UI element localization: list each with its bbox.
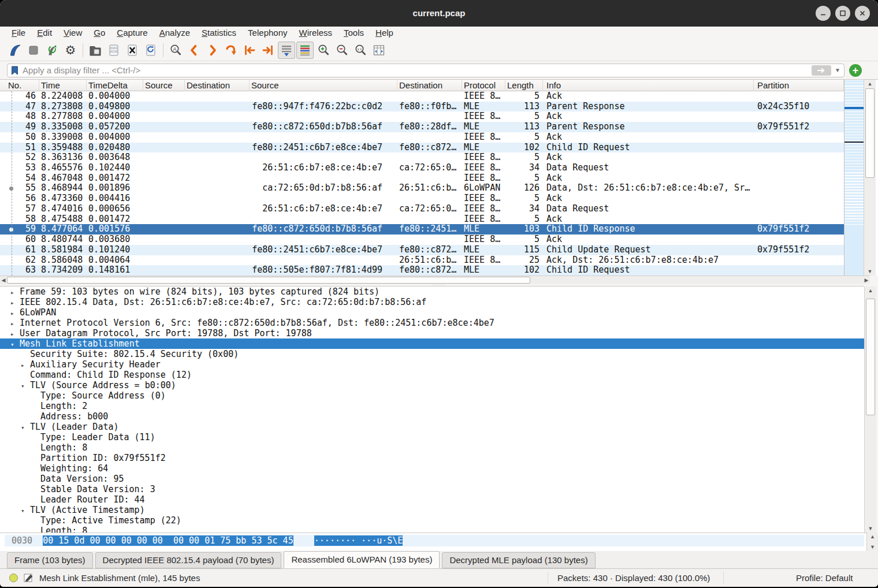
menu-telephony[interactable]: Telephony <box>242 27 293 39</box>
detail-line[interactable]: Length: 8 <box>0 526 864 533</box>
scroll-up-icon[interactable]: ▲ <box>864 80 876 88</box>
hex-row[interactable]: 0030 00 15 0d 00 00 00 00 00 00 00 01 75… <box>5 535 864 546</box>
column-header-info-9[interactable]: Info <box>543 80 754 91</box>
detail-line[interactable]: ▾Mesh Link Establishment <box>0 338 864 349</box>
packet-row-48[interactable]: 488.2778080.004000IEEE 8…5Ack <box>0 111 844 122</box>
packet-row-60[interactable]: 608.4807440.003680IEEE 8…5Ack <box>0 235 844 245</box>
column-header-source-5[interactable]: Source <box>250 80 397 91</box>
menu-tools[interactable]: Tools <box>338 27 370 39</box>
auto-scroll-icon[interactable] <box>278 42 295 59</box>
bookmark-icon[interactable] <box>11 66 18 75</box>
resize-columns-icon[interactable] <box>370 42 388 59</box>
scroll-down-icon[interactable]: ▼ <box>865 524 876 533</box>
scroll-right-icon[interactable]: ▶ <box>863 276 870 284</box>
details-vscrollbar[interactable]: ▲ ▼ <box>864 286 876 533</box>
packet-row-57[interactable]: 578.4740160.00065626:51:c6:b7:e8:ce:4b:e… <box>0 204 844 214</box>
menu-wireless[interactable]: Wireless <box>293 27 338 39</box>
packet-row-52[interactable]: 528.3631360.003648IEEE 8…5Ack <box>0 152 844 163</box>
detail-line[interactable]: Length: 2 <box>0 401 864 411</box>
go-last-icon[interactable] <box>259 42 277 59</box>
save-file-icon[interactable]: 01010110 <box>105 42 122 59</box>
start-capture-icon[interactable] <box>6 42 24 59</box>
maximize-icon[interactable] <box>835 6 850 21</box>
colorize-icon[interactable] <box>296 42 314 59</box>
scroll-left-icon[interactable]: ◀ <box>0 276 7 284</box>
expanded-arrow-icon[interactable]: ▾ <box>10 340 20 350</box>
column-header-no-0[interactable]: No. <box>0 80 39 91</box>
column-header-length-8[interactable]: Length <box>505 80 543 91</box>
detail-line[interactable]: Length: 8 <box>0 442 864 453</box>
menu-statistics[interactable]: Statistics <box>196 27 242 39</box>
packet-row-58[interactable]: 588.4754880.001472IEEE 8…5Ack <box>0 214 844 225</box>
column-header-source-3[interactable]: Source <box>143 80 185 91</box>
capture-options-gear-icon[interactable]: ⚙ <box>62 42 79 59</box>
detail-line[interactable]: ▸Frame 59: 103 bytes on wire (824 bits),… <box>0 286 864 297</box>
packet-row-50[interactable]: 508.3390080.004000IEEE 8…5Ack <box>0 132 844 143</box>
detail-line[interactable]: ▸6LoWPAN <box>0 307 864 318</box>
filter-dropdown-caret-icon[interactable]: ▼ <box>835 67 840 73</box>
go-back-icon[interactable] <box>185 42 203 59</box>
zoom-in-icon[interactable] <box>315 42 332 59</box>
detail-line[interactable]: ▾TLV (Active Timestamp) <box>0 505 864 515</box>
scroll-up-icon[interactable]: ▲ <box>867 533 878 541</box>
detail-line[interactable]: Security Suite: 802.15.4 Security (0x00) <box>0 349 864 359</box>
reload-file-icon[interactable] <box>142 42 159 59</box>
detail-line[interactable]: ▾TLV (Leader Data) <box>0 422 864 432</box>
menu-file[interactable]: File <box>6 27 31 39</box>
scrollbar-thumb[interactable] <box>7 277 530 284</box>
capture-comment-icon[interactable] <box>24 573 34 583</box>
detail-line[interactable]: Weighting: 64 <box>0 463 864 474</box>
packet-row-47[interactable]: 478.2738080.049800fe80::947f:f476:22bc:c… <box>0 102 844 112</box>
expanded-arrow-icon[interactable]: ▾ <box>21 506 30 516</box>
go-first-icon[interactable] <box>241 42 258 59</box>
detail-line[interactable]: Command: Child ID Response (12) <box>0 370 864 380</box>
open-file-icon[interactable] <box>87 42 104 59</box>
column-header-partition-10[interactable]: Partition <box>754 80 844 91</box>
column-header-timedelta-2[interactable]: TimeDelta <box>87 80 143 91</box>
menu-help[interactable]: Help <box>370 27 399 39</box>
packet-row-55[interactable]: 558.4689440.001896ca:72:65:0d:b7:b8:56:a… <box>0 183 844 193</box>
packet-row-62[interactable]: 628.5860480.00406426:51:c6:b…IEEE 8…25Ac… <box>0 255 844 266</box>
scroll-down-icon[interactable]: ▼ <box>867 543 878 551</box>
detail-line[interactable]: Type: Leader Data (11) <box>0 432 864 442</box>
close-file-icon[interactable] <box>124 42 141 59</box>
expanded-arrow-icon[interactable]: ▾ <box>21 423 30 433</box>
find-packet-icon[interactable]: A <box>167 42 184 59</box>
go-forward-icon[interactable] <box>204 42 221 59</box>
menu-edit[interactable]: Edit <box>31 27 58 39</box>
detail-line[interactable]: ▸Auxiliary Security Header <box>0 359 864 370</box>
detail-line[interactable]: Partition ID: 0x79f551f2 <box>0 453 864 463</box>
restart-capture-icon[interactable] <box>43 42 61 59</box>
packet-row-56[interactable]: 568.4733600.004416IEEE 8…5Ack <box>0 193 844 204</box>
close-icon[interactable] <box>855 6 870 21</box>
bytes-tab-decrypted[interactable]: Decrypted IEEE 802.15.4 payload (70 byte… <box>95 552 282 568</box>
bytes-vscrollbar[interactable]: ▲ ▼ <box>866 533 878 551</box>
zoom-out-icon[interactable] <box>333 42 351 59</box>
packet-row-46[interactable]: 468.2240080.004000IEEE 8…5Ack <box>0 91 844 102</box>
detail-line[interactable]: Type: Source Address (0) <box>0 390 864 401</box>
minimize-icon[interactable] <box>816 6 831 21</box>
stop-capture-icon[interactable] <box>25 42 42 59</box>
detail-line[interactable]: Stable Data Version: 3 <box>0 484 864 494</box>
detail-line[interactable]: Address: b000 <box>0 411 864 422</box>
detail-line[interactable]: ▸Internet Protocol Version 6, Src: fe80:… <box>0 318 864 328</box>
menu-analyze[interactable]: Analyze <box>154 27 196 39</box>
detail-line[interactable]: ▾TLV (Source Address = b0:00) <box>0 380 864 390</box>
menu-view[interactable]: View <box>58 27 88 39</box>
filter-add-button[interactable]: + <box>849 64 862 77</box>
packet-row-53[interactable]: 538.4655760.10244026:51:c6:b7:e8:ce:4b:e… <box>0 163 844 173</box>
bytes-tab-decrypted[interactable]: Decrypted MLE payload (130 bytes) <box>442 552 595 568</box>
column-header-destination-4[interactable]: Destination <box>185 80 250 91</box>
scrollbar-thumb[interactable] <box>866 299 875 415</box>
detail-line[interactable]: ▸IEEE 802.15.4 Data, Dst: 26:51:c6:b7:e8… <box>0 297 864 307</box>
column-header-time-1[interactable]: Time <box>39 80 87 91</box>
scrollbar-thumb[interactable] <box>865 88 875 178</box>
column-header-destination-6[interactable]: Destination <box>397 80 462 91</box>
packet-row-54[interactable]: 548.4670480.001472IEEE 8…5Ack <box>0 173 844 184</box>
bytes-tab-frame[interactable]: Frame (103 bytes) <box>7 552 93 568</box>
status-profile[interactable]: Profile: Default <box>796 569 853 587</box>
go-to-packet-icon[interactable] <box>222 42 240 59</box>
packet-row-61[interactable]: 618.5819840.101240fe80::2451:c6b7:e8ce:4… <box>0 245 844 255</box>
menu-capture[interactable]: Capture <box>111 27 153 39</box>
scroll-down-icon[interactable]: ▼ <box>864 267 876 276</box>
